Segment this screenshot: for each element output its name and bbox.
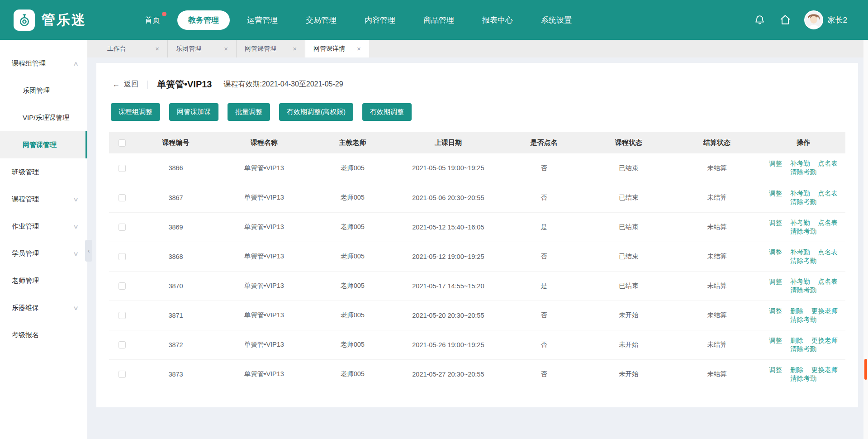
action-link[interactable]: 点名表: [818, 219, 838, 226]
nav-item-4[interactable]: 内容管理: [354, 10, 406, 30]
action-link[interactable]: 调整: [769, 190, 782, 197]
row-checkbox[interactable]: [119, 165, 126, 172]
select-all-checkbox[interactable]: [119, 139, 126, 147]
action-link[interactable]: 补考勤: [790, 248, 810, 256]
action-link[interactable]: 清除考勤: [790, 257, 816, 264]
action-link[interactable]: 调整: [769, 366, 782, 373]
action-link[interactable]: 点名表: [818, 278, 838, 285]
tab-3[interactable]: 网管课详情×: [305, 40, 369, 57]
action-link[interactable]: 点名表: [818, 248, 838, 256]
action-link[interactable]: 调整: [769, 307, 782, 315]
sidebar-item-label: 考级报名: [12, 331, 39, 339]
action-link[interactable]: 清除考勤: [790, 375, 816, 382]
action-link[interactable]: 调整: [769, 219, 782, 226]
action-link[interactable]: 补考勤: [790, 278, 810, 285]
action-link[interactable]: 清除考勤: [790, 286, 816, 294]
chevron-down-icon: ∨: [73, 196, 79, 203]
toolbar-button-2[interactable]: 批量调整: [228, 103, 270, 121]
sidebar-item-5[interactable]: 课程管理∨: [0, 186, 87, 213]
tab-2[interactable]: 网管课管理×: [237, 40, 305, 57]
action-link[interactable]: 删除: [790, 366, 803, 373]
toolbar-button-4[interactable]: 有效期调整: [362, 103, 412, 121]
cell-id: 3869: [135, 212, 216, 242]
sidebar-item-0[interactable]: 课程组管理∧: [0, 50, 87, 77]
user-menu[interactable]: 家长2: [804, 10, 847, 29]
action-link[interactable]: 调整: [769, 337, 782, 344]
nav-item-6[interactable]: 报表中心: [471, 10, 524, 30]
tab-bar: 工作台×乐团管理×网管课管理×网管课详情×: [87, 40, 868, 57]
nav-item-label: 报表中心: [482, 16, 513, 24]
app-logo: 管乐迷: [14, 10, 86, 31]
column-header: 课程状态: [584, 132, 673, 153]
close-icon[interactable]: ×: [155, 45, 159, 52]
row-select-cell: [109, 242, 135, 271]
sidebar-item-7[interactable]: 学员管理∨: [0, 240, 87, 267]
cell-id: 3867: [135, 183, 216, 212]
nav-item-0[interactable]: 首页: [134, 10, 171, 30]
row-checkbox[interactable]: [119, 371, 126, 378]
action-link[interactable]: 更换老师: [811, 307, 838, 315]
action-link[interactable]: 清除考勤: [790, 345, 816, 353]
nav-item-1[interactable]: 教务管理: [177, 10, 230, 30]
nav-item-2[interactable]: 运营管理: [236, 10, 289, 30]
sidebar-item-label: 课程组管理: [12, 59, 46, 68]
toolbar-button-3[interactable]: 有效期调整(高权限): [279, 103, 353, 121]
back-button[interactable]: ← 返回: [113, 80, 138, 89]
action-link[interactable]: 更换老师: [811, 337, 838, 344]
close-icon[interactable]: ×: [224, 45, 228, 52]
sidebar-collapse-handle[interactable]: ‹: [85, 240, 92, 262]
action-link[interactable]: 清除考勤: [790, 168, 816, 176]
home-icon[interactable]: [779, 14, 792, 26]
row-checkbox[interactable]: [119, 282, 126, 290]
action-link[interactable]: 点名表: [818, 160, 838, 167]
column-header: 是否点名: [503, 132, 584, 153]
cell-name: 单簧管•VIP13: [216, 183, 312, 212]
tab-0[interactable]: 工作台×: [99, 40, 168, 57]
toolbar-button-1[interactable]: 网管课加课: [169, 103, 218, 121]
action-link[interactable]: 调整: [769, 248, 782, 256]
sidebar-item-label: 作业管理: [12, 222, 39, 231]
row-actions: 调整删除更换老师清除考勤: [761, 330, 845, 359]
sidebar-item-8[interactable]: 老师管理: [0, 267, 87, 294]
row-checkbox[interactable]: [119, 224, 126, 231]
action-link[interactable]: 清除考勤: [790, 316, 816, 323]
row-checkbox[interactable]: [119, 312, 126, 319]
sidebar-item-label: 网管课管理: [23, 141, 57, 149]
sidebar-item-4[interactable]: 班级管理: [0, 158, 87, 186]
action-link[interactable]: 清除考勤: [790, 228, 816, 235]
action-link[interactable]: 补考勤: [790, 160, 810, 167]
table-row: 3869单簧管•VIP13老师0052021-05-12 15:40~16:05…: [109, 212, 845, 242]
cell-rollcall: 否: [503, 301, 584, 330]
scrollbar-thumb[interactable]: [864, 359, 867, 380]
row-checkbox[interactable]: [119, 194, 126, 201]
sidebar-item-3[interactable]: 网管课管理: [0, 131, 87, 158]
sidebar-item-1[interactable]: 乐团管理: [0, 77, 87, 104]
action-link[interactable]: 点名表: [818, 190, 838, 197]
row-checkbox[interactable]: [119, 253, 126, 260]
nav-item-3[interactable]: 交易管理: [295, 10, 347, 30]
sidebar-item-10[interactable]: 考级报名: [0, 321, 87, 348]
nav-item-5[interactable]: 商品管理: [413, 10, 465, 30]
row-actions: 调整补考勤点名表清除考勤: [761, 153, 845, 183]
sidebar-item-6[interactable]: 作业管理∨: [0, 213, 87, 240]
action-link[interactable]: 调整: [769, 160, 782, 167]
bell-icon[interactable]: [754, 14, 766, 26]
action-link[interactable]: 补考勤: [790, 219, 810, 226]
nav-item-7[interactable]: 系统设置: [530, 10, 583, 30]
tab-1[interactable]: 乐团管理×: [168, 40, 237, 57]
toolbar: 课程组调整网管课加课批量调整有效期调整(高权限)有效期调整: [111, 103, 845, 121]
action-link[interactable]: 删除: [790, 307, 803, 315]
action-link[interactable]: 删除: [790, 337, 803, 344]
action-link[interactable]: 清除考勤: [790, 198, 816, 205]
cell-status: 已结束: [584, 271, 673, 301]
sidebar-item-2[interactable]: VIP/乐理课管理: [0, 104, 87, 131]
sidebar-item-9[interactable]: 乐器维保∨: [0, 294, 87, 321]
action-link[interactable]: 调整: [769, 278, 782, 285]
close-icon[interactable]: ×: [357, 45, 361, 52]
cell-id: 3870: [135, 271, 216, 301]
action-link[interactable]: 补考勤: [790, 190, 810, 197]
action-link[interactable]: 更换老师: [811, 366, 838, 373]
close-icon[interactable]: ×: [293, 45, 297, 52]
toolbar-button-0[interactable]: 课程组调整: [111, 103, 160, 121]
row-checkbox[interactable]: [119, 341, 126, 348]
